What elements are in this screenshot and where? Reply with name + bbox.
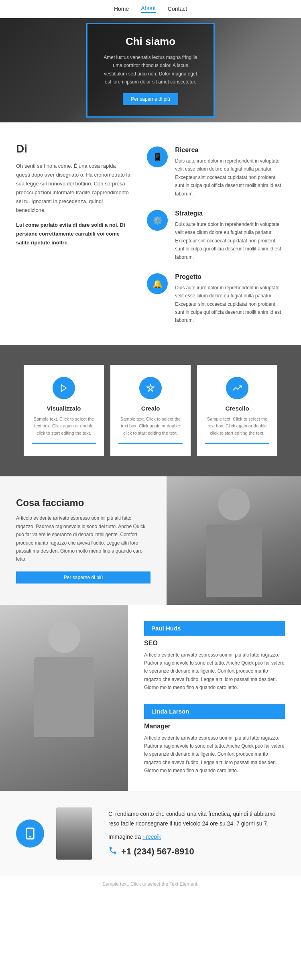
cta-text: Ci rendiamo conto che conduci una vita f…: [108, 809, 285, 829]
hero-box: Chi siamo Amet luctus venenatis lectus m…: [86, 23, 215, 118]
paul-role: SEO: [144, 640, 285, 647]
cosa-section: Cosa facciamo Articolo evidente arrivato…: [0, 476, 301, 605]
ricerca-desc: Duis aute irure dolor in reprehenderit i…: [175, 157, 285, 198]
navigation: Home About Contact: [0, 0, 301, 18]
strategia-text: Strategia Duis aute irure dolor in repre…: [175, 210, 285, 261]
strategia-desc: Duis aute irure dolor in reprehenderit i…: [175, 220, 285, 261]
hero-title: Chi siamo: [104, 35, 197, 48]
card-visualizzalo-title: Visualizzalo: [32, 405, 96, 412]
nav-home[interactable]: Home: [114, 6, 129, 12]
cosa-image: [167, 476, 301, 605]
card-crealo-text: Sample text. Click to select the text bo…: [118, 416, 183, 437]
ricerca-icon: 📱: [147, 146, 168, 167]
hero-section: Chi siamo Amet luctus venenatis lectus m…: [0, 18, 301, 122]
card-crescilo: Crescilo Sample text. Click to select th…: [197, 365, 277, 456]
di-features: 📱 Ricerca Duis aute irure dolor in repre…: [147, 142, 285, 325]
progetto-title: Progetto: [175, 273, 285, 281]
linda-name-bar: Linda Larson: [144, 704, 285, 719]
ricerca-title: Ricerca: [175, 146, 285, 154]
cta-content: Ci rendiamo conto che conduci una vita f…: [108, 809, 285, 857]
cta-credit-link[interactable]: Freepik: [142, 834, 161, 840]
linda-role: Manager: [144, 723, 285, 730]
phone-icon: [108, 846, 117, 857]
cosa-heading: Cosa facciamo: [16, 497, 150, 508]
cta-phone-icon-circle: [16, 819, 44, 848]
cta-person-image: [56, 807, 96, 860]
card-crealo: Crealo Sample text. Click to select the …: [110, 365, 191, 456]
strategia-title: Strategia: [175, 210, 285, 217]
card-crescilo-title: Crescilo: [205, 405, 269, 412]
card-blue-bar: [32, 443, 96, 444]
di-left-content: Di Oh senti se fino a come. È una cosa r…: [16, 142, 131, 325]
cards-section: Visualizzalo Sample text. Click to selec…: [0, 345, 301, 476]
card-visualizzalo-text: Sample text. Click to select the text bo…: [32, 416, 96, 437]
ricerca-text: Ricerca Duis aute irure dolor in reprehe…: [175, 146, 285, 198]
nav-about[interactable]: About: [141, 5, 156, 13]
cta-credit: Immagine da Freepik: [108, 832, 285, 842]
feature-progetto: 🔔 Progetto Duis aute irure dolor in repr…: [147, 273, 285, 325]
card-crealo-bar: [118, 443, 183, 444]
feature-strategia: ⚙️ Strategia Duis aute irure dolor in re…: [147, 210, 285, 261]
progetto-text: Progetto Duis aute irure dolor in repreh…: [175, 273, 285, 325]
paul-bio: Articolo evidente arrivato espresso uomi…: [144, 651, 285, 692]
crealo-icon: [139, 377, 162, 399]
cosa-text: Articolo evidente arrivato espresso uomi…: [16, 514, 150, 563]
team-section: Paul Huds SEO Articolo evidente arrivato…: [0, 605, 301, 791]
visualizzalo-icon: [53, 377, 75, 399]
footer-note: Sample text. Click to select the Text El…: [0, 876, 301, 893]
cta-section: Ci rendiamo conto che conduci una vita f…: [0, 791, 301, 876]
cosa-left: Cosa facciamo Articolo evidente arrivato…: [0, 476, 167, 605]
feature-ricerca: 📱 Ricerca Duis aute irure dolor in repre…: [147, 146, 285, 198]
team-member-paul: Paul Huds SEO Articolo evidente arrivato…: [144, 621, 285, 692]
team-right: Paul Huds SEO Articolo evidente arrivato…: [128, 605, 301, 791]
progetto-icon: 🔔: [147, 273, 168, 294]
cosa-cta-button[interactable]: Per saperne di più: [16, 571, 150, 584]
di-paragraph2: Lui come parlato evita di dare soldi a n…: [16, 221, 131, 247]
team-image: [0, 605, 128, 791]
card-crescilo-text: Sample text. Click to select the text bo…: [205, 416, 269, 437]
crescilo-icon: [226, 377, 248, 399]
progetto-desc: Duis aute irure dolor in reprehenderit i…: [175, 284, 285, 325]
team-member-linda: Linda Larson Manager Articolo evidente a…: [144, 704, 285, 775]
di-heading: Di: [16, 142, 131, 155]
footer-text: Sample text. Click to select the Text El…: [102, 881, 199, 887]
linda-bio: Articolo evidente arrivato espresso uomi…: [144, 734, 285, 775]
di-section: Di Oh senti se fino a come. È una cosa r…: [0, 122, 301, 345]
di-paragraph1: Oh senti se fino a come. È una cosa rapi…: [16, 162, 131, 215]
card-crescilo-bar: [205, 443, 269, 444]
hero-description: Amet luctus venenatis lectus magna fring…: [104, 53, 197, 86]
cta-credit-text: Immagine da: [108, 834, 141, 840]
card-visualizzalo: Visualizzalo Sample text. Click to selec…: [24, 365, 104, 456]
paul-name-bar: Paul Huds: [144, 621, 285, 636]
strategia-icon: ⚙️: [147, 210, 168, 231]
card-crealo-title: Crealo: [118, 405, 183, 412]
cta-phone: +1 (234) 567-8910: [108, 846, 285, 857]
phone-number: +1 (234) 567-8910: [121, 846, 194, 857]
hero-cta-button[interactable]: Per saperne di più: [123, 93, 178, 105]
cards-row: Visualizzalo Sample text. Click to selec…: [12, 365, 289, 456]
nav-contact[interactable]: Contact: [168, 6, 187, 12]
